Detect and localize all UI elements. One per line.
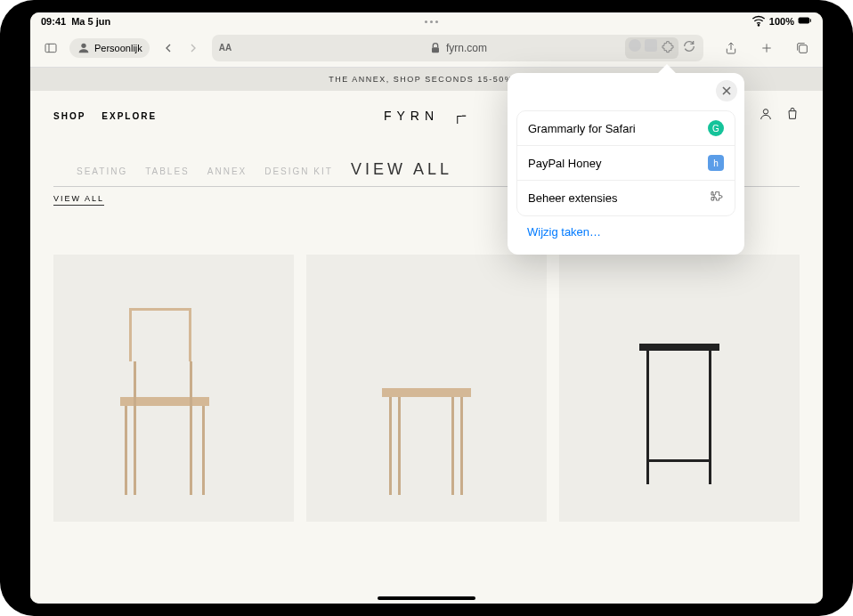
tabs-icon[interactable] bbox=[791, 36, 814, 60]
reload-icon[interactable] bbox=[682, 39, 696, 57]
back-button[interactable] bbox=[157, 36, 180, 60]
sub-view-all[interactable]: VIEW ALL bbox=[53, 194, 104, 206]
puzzle-icon bbox=[710, 190, 724, 207]
multitask-dots[interactable] bbox=[425, 20, 438, 23]
status-date: Ma 5 jun bbox=[71, 16, 110, 27]
profile-chip[interactable]: Persoonlijk bbox=[69, 38, 150, 58]
extensions-popover: Grammarly for Safari G PayPal Honey h Be… bbox=[508, 73, 744, 255]
nav-explore[interactable]: EXPLORE bbox=[102, 111, 157, 121]
new-tab-icon[interactable] bbox=[755, 36, 778, 60]
cat-tables[interactable]: TABLES bbox=[145, 166, 190, 176]
wifi-icon bbox=[751, 13, 766, 29]
cat-seating[interactable]: SEATING bbox=[77, 166, 127, 176]
home-indicator[interactable] bbox=[378, 596, 475, 600]
extension-item-grammarly[interactable]: Grammarly for Safari G bbox=[517, 111, 735, 146]
extension-label: Grammarly for Safari bbox=[528, 122, 636, 135]
url-text: fyrn.com bbox=[446, 42, 487, 54]
product-card[interactable] bbox=[306, 255, 547, 522]
sidebar-toggle-icon[interactable] bbox=[39, 36, 62, 60]
browser-toolbar: Persoonlijk AA fyrn.com bbox=[30, 28, 823, 68]
product-image-barstool bbox=[639, 344, 719, 504]
cat-annex[interactable]: ANNEX bbox=[207, 166, 247, 176]
svg-rect-3 bbox=[45, 44, 56, 52]
battery-icon bbox=[798, 13, 812, 29]
brand-mark-icon: ┌╴ bbox=[453, 109, 469, 123]
svg-rect-1 bbox=[799, 18, 810, 24]
honey-badge-icon: h bbox=[708, 155, 724, 171]
svg-point-5 bbox=[81, 43, 85, 47]
extensions-icon[interactable] bbox=[661, 39, 675, 57]
edit-tasks-link[interactable]: Wijzig taken… bbox=[508, 216, 744, 247]
cat-view-all[interactable]: VIEW ALL bbox=[351, 160, 452, 179]
ext-icon-grammarly[interactable] bbox=[629, 39, 641, 52]
extension-label: PayPal Honey bbox=[528, 157, 601, 170]
profile-label: Persoonlijk bbox=[94, 43, 142, 53]
manage-extensions[interactable]: Beheer extensies bbox=[517, 181, 735, 215]
extensions-list: Grammarly for Safari G PayPal Honey h Be… bbox=[516, 110, 735, 216]
cat-design-kit[interactable]: DESIGN KIT bbox=[264, 166, 333, 176]
text-size-icon[interactable]: AA bbox=[219, 43, 232, 53]
svg-rect-9 bbox=[800, 45, 808, 53]
address-bar[interactable]: AA fyrn.com bbox=[212, 35, 703, 61]
grammarly-badge-icon: G bbox=[708, 120, 724, 136]
share-icon[interactable] bbox=[719, 36, 743, 60]
battery-percent: 100% bbox=[769, 16, 794, 27]
extension-item-honey[interactable]: PayPal Honey h bbox=[517, 146, 735, 181]
product-image-chair bbox=[120, 308, 227, 504]
account-icon[interactable] bbox=[759, 107, 773, 125]
ext-icon-honey[interactable] bbox=[645, 39, 657, 52]
cart-icon[interactable] bbox=[785, 107, 800, 125]
product-grid bbox=[30, 210, 823, 522]
status-bar: 09:41 Ma 5 jun 100% bbox=[30, 12, 823, 28]
status-time: 09:41 bbox=[41, 16, 66, 27]
svg-rect-6 bbox=[432, 47, 439, 53]
close-icon[interactable] bbox=[716, 80, 737, 101]
product-image-stool bbox=[382, 388, 471, 504]
svg-point-0 bbox=[758, 25, 759, 26]
product-card[interactable] bbox=[559, 255, 800, 522]
svg-point-10 bbox=[763, 109, 768, 114]
brand-logo[interactable]: FYRN bbox=[384, 109, 439, 123]
forward-button bbox=[182, 36, 205, 60]
manage-extensions-label: Beheer extensies bbox=[528, 191, 617, 205]
product-card[interactable] bbox=[53, 255, 294, 522]
nav-shop[interactable]: SHOP bbox=[53, 111, 85, 121]
svg-rect-2 bbox=[810, 19, 811, 21]
